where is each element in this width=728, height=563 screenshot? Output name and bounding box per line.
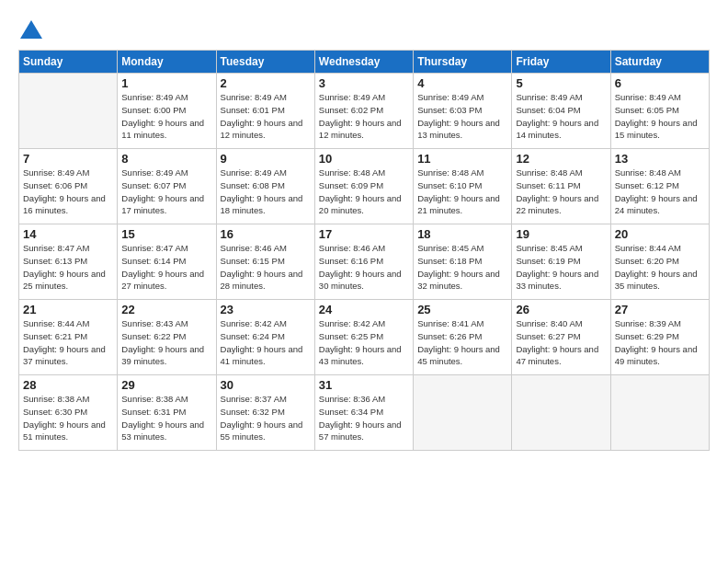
day-info: Sunrise: 8:48 AMSunset: 6:10 PMDaylight:… — [417, 167, 507, 217]
calendar-cell: 12Sunrise: 8:48 AMSunset: 6:11 PMDayligh… — [512, 149, 610, 224]
calendar-cell: 19Sunrise: 8:45 AMSunset: 6:19 PMDayligh… — [512, 224, 610, 300]
day-info: Sunrise: 8:49 AMSunset: 6:00 PMDaylight:… — [121, 91, 211, 142]
calendar-cell: 10Sunrise: 8:48 AMSunset: 6:09 PMDayligh… — [314, 149, 413, 224]
calendar-cell — [512, 375, 610, 451]
day-info: Sunrise: 8:45 AMSunset: 6:19 PMDaylight:… — [516, 242, 606, 293]
calendar-cell: 14Sunrise: 8:47 AMSunset: 6:13 PMDayligh… — [19, 224, 118, 300]
day-info: Sunrise: 8:46 AMSunset: 6:16 PMDaylight:… — [319, 242, 409, 293]
weekday-header-wednesday: Wednesday — [314, 51, 413, 74]
weekday-header-saturday: Saturday — [610, 51, 709, 74]
day-number: 6 — [615, 76, 705, 90]
logo-icon — [18, 17, 44, 42]
day-number: 29 — [121, 378, 211, 392]
weekday-header-friday: Friday — [512, 51, 610, 74]
day-info: Sunrise: 8:37 AMSunset: 6:32 PMDaylight:… — [221, 393, 311, 443]
calendar-cell: 20Sunrise: 8:44 AMSunset: 6:20 PMDayligh… — [610, 224, 709, 300]
day-number: 19 — [516, 227, 606, 241]
day-number: 28 — [23, 378, 113, 392]
week-row-2: 7Sunrise: 8:49 AMSunset: 6:06 PMDaylight… — [19, 149, 710, 224]
calendar-table: SundayMondayTuesdayWednesdayThursdayFrid… — [18, 50, 710, 451]
calendar-cell: 22Sunrise: 8:43 AMSunset: 6:22 PMDayligh… — [118, 300, 216, 375]
day-info: Sunrise: 8:45 AMSunset: 6:18 PMDaylight:… — [417, 242, 507, 293]
calendar-cell — [414, 375, 512, 451]
day-info: Sunrise: 8:47 AMSunset: 6:13 PMDaylight:… — [23, 242, 113, 293]
calendar-cell — [19, 74, 118, 149]
calendar-cell: 26Sunrise: 8:40 AMSunset: 6:27 PMDayligh… — [512, 300, 610, 375]
day-number: 2 — [221, 76, 311, 90]
calendar-cell: 31Sunrise: 8:36 AMSunset: 6:34 PMDayligh… — [314, 375, 413, 451]
calendar-cell: 9Sunrise: 8:49 AMSunset: 6:08 PMDaylight… — [216, 149, 314, 224]
calendar-cell: 13Sunrise: 8:48 AMSunset: 6:12 PMDayligh… — [610, 149, 709, 224]
week-row-4: 21Sunrise: 8:44 AMSunset: 6:21 PMDayligh… — [19, 300, 710, 375]
calendar-cell: 1Sunrise: 8:49 AMSunset: 6:00 PMDaylight… — [118, 74, 216, 149]
week-row-3: 14Sunrise: 8:47 AMSunset: 6:13 PMDayligh… — [19, 224, 710, 300]
day-number: 8 — [121, 152, 211, 166]
day-info: Sunrise: 8:47 AMSunset: 6:14 PMDaylight:… — [121, 242, 211, 293]
weekday-header-sunday: Sunday — [19, 51, 118, 74]
day-number: 14 — [23, 227, 113, 241]
calendar-cell: 27Sunrise: 8:39 AMSunset: 6:29 PMDayligh… — [610, 300, 709, 375]
day-number: 22 — [121, 303, 211, 316]
day-number: 5 — [516, 76, 606, 90]
day-number: 30 — [221, 378, 311, 392]
day-info: Sunrise: 8:48 AMSunset: 6:09 PMDaylight:… — [319, 167, 409, 217]
day-info: Sunrise: 8:38 AMSunset: 6:31 PMDaylight:… — [121, 393, 211, 443]
calendar-cell: 23Sunrise: 8:42 AMSunset: 6:24 PMDayligh… — [216, 300, 314, 375]
day-number: 11 — [417, 152, 507, 166]
day-number: 24 — [319, 303, 409, 316]
weekday-header-thursday: Thursday — [414, 51, 512, 74]
calendar-cell: 6Sunrise: 8:49 AMSunset: 6:05 PMDaylight… — [610, 74, 709, 149]
day-number: 17 — [319, 227, 409, 241]
weekday-header-tuesday: Tuesday — [216, 51, 314, 74]
weekday-header-monday: Monday — [118, 51, 216, 74]
svg-marker-0 — [20, 20, 42, 39]
calendar-cell: 7Sunrise: 8:49 AMSunset: 6:06 PMDaylight… — [19, 149, 118, 224]
calendar-cell: 11Sunrise: 8:48 AMSunset: 6:10 PMDayligh… — [414, 149, 512, 224]
day-number: 3 — [319, 76, 409, 90]
day-info: Sunrise: 8:49 AMSunset: 6:04 PMDaylight:… — [516, 91, 606, 142]
day-info: Sunrise: 8:49 AMSunset: 6:02 PMDaylight:… — [319, 91, 409, 142]
calendar-cell: 17Sunrise: 8:46 AMSunset: 6:16 PMDayligh… — [314, 224, 413, 300]
day-number: 4 — [417, 76, 507, 90]
day-info: Sunrise: 8:48 AMSunset: 6:11 PMDaylight:… — [516, 167, 606, 217]
calendar-cell: 21Sunrise: 8:44 AMSunset: 6:21 PMDayligh… — [19, 300, 118, 375]
week-row-5: 28Sunrise: 8:38 AMSunset: 6:30 PMDayligh… — [19, 375, 710, 451]
day-number: 23 — [221, 303, 311, 316]
day-number: 15 — [121, 227, 211, 241]
day-number: 9 — [221, 152, 311, 166]
day-info: Sunrise: 8:49 AMSunset: 6:08 PMDaylight:… — [221, 167, 311, 217]
day-info: Sunrise: 8:49 AMSunset: 6:03 PMDaylight:… — [417, 91, 507, 142]
page: SundayMondayTuesdayWednesdayThursdayFrid… — [0, 0, 728, 563]
calendar-cell: 2Sunrise: 8:49 AMSunset: 6:01 PMDaylight… — [216, 74, 314, 149]
day-number: 25 — [417, 303, 507, 316]
day-info: Sunrise: 8:40 AMSunset: 6:27 PMDaylight:… — [516, 317, 606, 368]
day-number: 7 — [23, 152, 113, 166]
day-number: 1 — [121, 76, 211, 90]
day-info: Sunrise: 8:49 AMSunset: 6:07 PMDaylight:… — [121, 167, 211, 217]
day-info: Sunrise: 8:44 AMSunset: 6:20 PMDaylight:… — [615, 242, 705, 293]
day-info: Sunrise: 8:41 AMSunset: 6:26 PMDaylight:… — [417, 317, 507, 368]
calendar-cell: 15Sunrise: 8:47 AMSunset: 6:14 PMDayligh… — [118, 224, 216, 300]
calendar-cell: 16Sunrise: 8:46 AMSunset: 6:15 PMDayligh… — [216, 224, 314, 300]
header — [18, 17, 710, 42]
day-number: 21 — [23, 303, 113, 316]
day-info: Sunrise: 8:46 AMSunset: 6:15 PMDaylight:… — [221, 242, 311, 293]
calendar-cell: 8Sunrise: 8:49 AMSunset: 6:07 PMDaylight… — [118, 149, 216, 224]
week-row-1: 1Sunrise: 8:49 AMSunset: 6:00 PMDaylight… — [19, 74, 710, 149]
calendar-cell: 25Sunrise: 8:41 AMSunset: 6:26 PMDayligh… — [414, 300, 512, 375]
day-info: Sunrise: 8:43 AMSunset: 6:22 PMDaylight:… — [121, 317, 211, 368]
day-info: Sunrise: 8:36 AMSunset: 6:34 PMDaylight:… — [319, 393, 409, 443]
calendar-cell: 24Sunrise: 8:42 AMSunset: 6:25 PMDayligh… — [314, 300, 413, 375]
day-number: 18 — [417, 227, 507, 241]
day-number: 31 — [319, 378, 409, 392]
day-number: 13 — [615, 152, 705, 166]
calendar-cell: 29Sunrise: 8:38 AMSunset: 6:31 PMDayligh… — [118, 375, 216, 451]
day-info: Sunrise: 8:39 AMSunset: 6:29 PMDaylight:… — [615, 317, 705, 368]
weekday-header-row: SundayMondayTuesdayWednesdayThursdayFrid… — [19, 51, 710, 74]
calendar-cell: 30Sunrise: 8:37 AMSunset: 6:32 PMDayligh… — [216, 375, 314, 451]
day-number: 20 — [615, 227, 705, 241]
calendar-cell: 28Sunrise: 8:38 AMSunset: 6:30 PMDayligh… — [19, 375, 118, 451]
day-info: Sunrise: 8:49 AMSunset: 6:01 PMDaylight:… — [221, 91, 311, 142]
calendar-cell — [610, 375, 709, 451]
day-number: 10 — [319, 152, 409, 166]
